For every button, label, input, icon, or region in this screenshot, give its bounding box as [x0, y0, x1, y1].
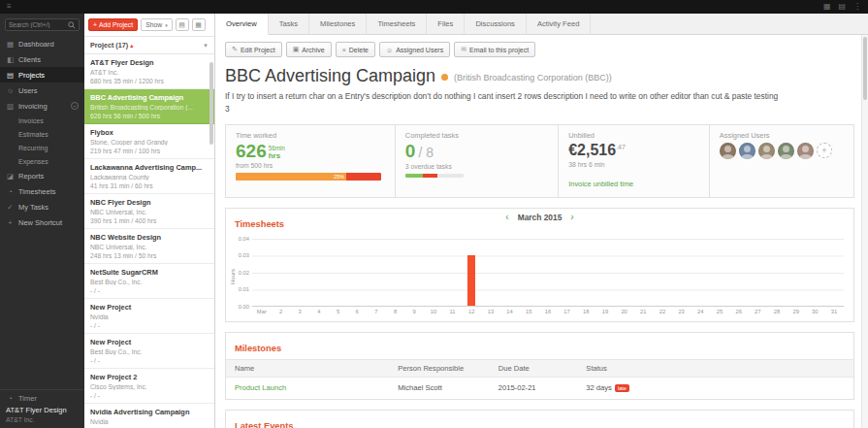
topbar-actions: ▦▤⋮ [823, 3, 861, 11]
tab[interactable]: Discussions [465, 14, 527, 34]
sidebar-item[interactable]: ▦ Dashboard − [0, 36, 84, 51]
sidebar-item[interactable]: + New Shortcut − [0, 214, 84, 230]
sidebar-item[interactable]: ✓ My Tasks − [0, 199, 84, 214]
project-list-item[interactable]: New Project 2 Cisco Systems, Inc. - / - [84, 369, 214, 404]
completed-tasks-card: Completed tasks 0 / 8 3 overdue tasks [396, 125, 559, 197]
add-user-button[interactable]: + [817, 143, 832, 158]
tab-label: Timesheets [377, 19, 415, 28]
timer-widget[interactable]: ◔ Timer AT&T Flyer Design AT&T Inc. [0, 389, 84, 428]
sidebar-item[interactable]: ◔ Timesheets − [0, 183, 84, 199]
main-scrollbar-thumb[interactable] [863, 37, 867, 100]
invoice-unbilled-link[interactable]: Invoice unbilled time [568, 180, 633, 188]
section-title: Timesheets [235, 219, 284, 229]
search-input[interactable] [9, 21, 66, 28]
toolbar-button[interactable]: ▣ Archive [286, 42, 332, 57]
chart-x-tick-label: Mar [252, 309, 272, 314]
avatar[interactable] [778, 143, 794, 159]
chart-bar-slot [309, 239, 329, 306]
timer-project: AT&T Flyer Design [6, 406, 79, 414]
projects-panel: + Add Project Show ▾ ▤ ▦ Project (17) ▴ … [84, 14, 215, 428]
stat-label: Unbilled [568, 131, 699, 140]
main-scrollbar[interactable] [861, 35, 868, 428]
tab[interactable]: Overview [215, 14, 269, 35]
project-list-item[interactable]: NBC Website Design NBC Universal, Inc. 2… [84, 229, 214, 264]
unbilled-cents: .47 [616, 144, 626, 150]
chart-bar-slot [787, 239, 806, 306]
timesheets-header: Timesheets ‹ March 2015 › [226, 209, 853, 235]
project-client: Best Buy Co., Inc. [90, 348, 209, 355]
show-dropdown[interactable]: Show ▾ [141, 18, 173, 31]
project-name: New Project [90, 338, 209, 346]
project-list-item[interactable]: New Project Best Buy Co., Inc. - / - [84, 334, 214, 369]
grid-view-button[interactable]: ▦ [192, 18, 206, 31]
project-list-item[interactable]: Flybox Stone, Cooper and Grandy 219 hrs … [84, 124, 214, 159]
table-row[interactable]: Product Launch Michael Scott 2015-02-21 … [226, 377, 853, 399]
toolbar-button-icon: ✉ [461, 46, 466, 53]
toolbar-button[interactable]: ☺ Assigned Users [379, 42, 450, 57]
main-panel: Overview Tasks Milestones Timesheets [215, 14, 868, 428]
tab[interactable]: Files [427, 14, 465, 34]
page-title: BBC Advertising Campaign [225, 66, 435, 86]
chart-bar-slot [347, 239, 367, 306]
sidebar-item[interactable]: Invoices − [0, 114, 84, 127]
prev-month-button[interactable]: ‹ [505, 213, 508, 222]
toolbar-button[interactable]: × Delete [336, 42, 375, 57]
sidebar-item-label: Dashboard [18, 40, 54, 49]
chart-bar-slot [748, 239, 767, 306]
month-label: March 2015 [518, 213, 563, 222]
search-icon[interactable] [68, 21, 76, 29]
sidebar-item[interactable]: ▥ Invoicing − [0, 98, 84, 114]
sidebar-item[interactable]: ▤ Projects − [0, 67, 84, 82]
tab[interactable]: Timesheets [367, 14, 427, 34]
avatar[interactable] [720, 143, 736, 159]
stat-label: Time worked [236, 131, 385, 140]
avatar[interactable] [758, 143, 775, 159]
topbar-icon[interactable]: ⋮ [853, 3, 861, 11]
menu-icon[interactable]: ≡ [7, 3, 12, 11]
sidebar-item[interactable]: Expenses − [0, 154, 84, 168]
add-project-button[interactable]: + Add Project [88, 18, 138, 31]
sidebar-item[interactable]: ◪ Reports − [0, 168, 84, 183]
tab[interactable]: Milestones [309, 14, 367, 34]
project-list-item[interactable]: NetSuite SugarCRM Best Buy Co., Inc. - /… [84, 264, 214, 299]
project-list-scrollbar[interactable] [209, 62, 213, 145]
filter-icon[interactable]: ▼ [203, 43, 209, 49]
timer-detail: AT&T Inc. [6, 416, 79, 423]
chart-x-tick-label: 6 [347, 309, 367, 314]
section-title: Milestones [235, 344, 281, 353]
chart-bar-slot [462, 239, 481, 306]
project-list-item[interactable]: New Project Nvidia - / - [84, 299, 214, 334]
tab[interactable]: Activity Feed [527, 14, 591, 34]
project-client-name: (British Broadcasting Corporation (BBC)) [454, 73, 612, 82]
avatar[interactable] [739, 143, 755, 159]
sidebar-item[interactable]: Estimates − [0, 127, 84, 141]
collapse-icon[interactable]: − [71, 102, 79, 110]
milestone-link[interactable]: Product Launch [235, 383, 286, 392]
milestones-table: NamePerson ResponsibleDue DateStatus Pro… [226, 359, 853, 399]
next-month-button[interactable]: › [570, 213, 573, 222]
toolbar-button-icon: × [342, 47, 346, 53]
topbar-icon[interactable]: ▤ [838, 3, 846, 11]
toolbar-button[interactable]: ✉ Email to this project [454, 42, 535, 57]
project-list-item[interactable]: Lackawanna Advertising Camp... Lackawann… [84, 159, 214, 194]
sidebar-item[interactable]: Recurring − [0, 141, 84, 154]
project-list-item[interactable]: BBC Advertising Campaign British Broadca… [84, 89, 214, 124]
sidebar-item[interactable]: ◧ Clients − [0, 51, 84, 67]
tab[interactable]: Tasks [269, 14, 309, 34]
chart-x-tick-label: 5 [329, 309, 348, 314]
project-list-item[interactable]: AT&T Flyer Design AT&T Inc. 680 hrs 35 m… [84, 54, 214, 89]
topbar-icon[interactable]: ▦ [823, 3, 831, 11]
project-list-item[interactable]: NBC Flyer Design NBC Universal, Inc. 390… [84, 194, 214, 229]
sidebar-item[interactable]: ☺ Users − [0, 82, 84, 98]
list-view-button[interactable]: ▤ [176, 18, 189, 31]
chart-x-tick-label: 31 [824, 309, 844, 314]
chart-x-tick-label: 15 [519, 309, 538, 314]
chart-x-tick-label: 29 [787, 309, 806, 314]
chart-x-tick-label: 17 [558, 309, 577, 314]
project-hours: 219 hrs 47 min / 100 hrs [90, 148, 209, 154]
project-list-item[interactable]: Nvidia Advertising Campaign Nvidia - / - [84, 404, 214, 428]
avatar[interactable] [797, 143, 814, 159]
toolbar-button[interactable]: ✎ Edit Project [225, 42, 282, 57]
sidebar-item-label: Recurring [18, 145, 48, 151]
project-list-header[interactable]: Project (17) ▴ ▼ [84, 37, 214, 54]
